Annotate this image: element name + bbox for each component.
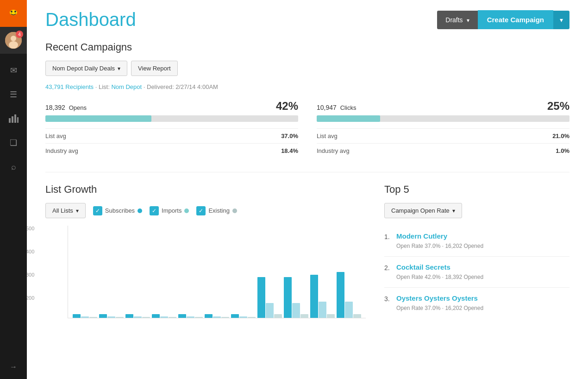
subscribes-bar-9 [310, 275, 318, 318]
campaign-select-button[interactable]: Nom Depot Daily Deals [45, 61, 127, 76]
recent-campaigns-title: Recent Campaigns [45, 41, 569, 53]
svg-rect-7 [9, 118, 11, 123]
opens-list-avg-row: List avg 37.0% [45, 128, 298, 143]
list-growth-chart [68, 226, 366, 318]
chart-bar-group-6 [231, 226, 256, 318]
existing-bar-0 [89, 317, 97, 318]
list-growth-controls: All Lists ✓ Subscribes ✓ Imports ✓ Exist… [45, 203, 366, 218]
campaign-name-label: Nom Depot Daily Deals [52, 65, 115, 72]
top5-name-link-2[interactable]: Oysters Oysters Oysters [396, 294, 483, 302]
mailchimp-logo [0, 0, 27, 27]
sidebar-item-templates[interactable]: ❏ [0, 131, 27, 155]
top5-meta-0: Open Rate 37.0% · 16,202 Opened [396, 243, 483, 249]
clicks-label: Clicks [340, 104, 357, 111]
opens-industry-avg-row: Industry avg 18.4% [45, 143, 298, 158]
sidebar-item-lists[interactable]: ☰ [0, 82, 27, 107]
imports-bar-7 [266, 303, 274, 318]
opens-progress-fill [45, 115, 151, 122]
campaign-open-rate-button[interactable]: Campaign Open Rate [384, 203, 462, 218]
subscribes-label: Subscribes [105, 207, 135, 214]
top5-title: Top 5 [384, 183, 569, 196]
subscribes-checkbox[interactable]: ✓ [93, 206, 102, 215]
all-lists-button[interactable]: All Lists [45, 203, 86, 218]
create-campaign-dropdown-button[interactable]: ▾ [553, 11, 569, 29]
subscribes-bar-0 [73, 314, 81, 318]
svg-point-3 [14, 11, 16, 13]
sidebar-item-campaigns[interactable]: ✉ [0, 58, 27, 82]
y-label-500: 500 [27, 226, 34, 231]
list-link[interactable]: Nom Depot [111, 83, 142, 90]
newspaper-icon: ❏ [10, 138, 17, 148]
chart-bar-group-10 [337, 226, 361, 318]
imports-bar-5 [213, 316, 221, 318]
sidebar-expand-button[interactable]: → [0, 355, 27, 379]
opens-label: Opens [69, 104, 87, 111]
imports-bar-6 [239, 316, 247, 318]
chart-wrapper: 500 400 300 200 [45, 226, 366, 318]
existing-dot [232, 208, 237, 213]
svg-rect-9 [14, 114, 16, 123]
chart-bar-group-5 [205, 226, 229, 318]
existing-checkbox[interactable]: ✓ [196, 206, 206, 215]
clicks-list-avg-val: 21.0% [552, 133, 569, 139]
subscribes-bar-5 [205, 314, 213, 318]
y-label-200: 200 [27, 295, 34, 301]
drafts-chevron-icon [467, 16, 469, 24]
sidebar-item-search[interactable]: ⌕ [0, 155, 27, 179]
list-growth-section: List Growth All Lists ✓ Subscribes ✓ Imp… [45, 183, 366, 318]
stats-grid: 18,392 Opens 42% List avg 37.0% Industry… [45, 100, 569, 158]
top5-content-2: Oysters Oysters Oysters Open Rate 37.0% … [396, 294, 483, 312]
sidebar-item-reports[interactable] [0, 107, 27, 131]
imports-filter: ✓ Imports [150, 206, 189, 215]
imports-bar-2 [134, 316, 142, 318]
chart-bar-group-4 [178, 226, 203, 318]
page-title: Dashboard [45, 9, 136, 30]
top5-controls: Campaign Open Rate [384, 203, 569, 218]
imports-bar-3 [160, 316, 168, 318]
top5-item-1: 2. Cocktail Secrets Open Rate 42.0% · 18… [384, 256, 569, 287]
drafts-label: Drafts [445, 16, 463, 24]
opens-count-label: 18,392 Opens [45, 104, 87, 111]
svg-rect-10 [17, 117, 19, 123]
subscribes-bar-10 [337, 272, 344, 318]
all-lists-label: All Lists [52, 207, 73, 214]
top5-section: Top 5 Campaign Open Rate 1. Modern Cutle… [384, 183, 569, 318]
existing-bar-4 [195, 317, 203, 318]
bottom-panels: List Growth All Lists ✓ Subscribes ✓ Imp… [45, 183, 569, 318]
subscribes-bar-4 [178, 314, 186, 318]
subscribes-bar-8 [284, 277, 292, 318]
imports-bar-8 [292, 303, 300, 318]
imports-bar-4 [187, 316, 194, 318]
existing-bar-2 [142, 317, 150, 318]
recipients-link[interactable]: 43,791 Recipients [45, 83, 94, 90]
drafts-button[interactable]: Drafts [437, 11, 477, 29]
opens-industry-avg-val: 18.4% [281, 147, 298, 154]
top5-list: 1. Modern Cutlery Open Rate 37.0% · 16,2… [384, 226, 569, 318]
chart-y-axis: 500 400 300 200 [27, 226, 34, 318]
sidebar-nav: ✉ ☰ ❏ ⌕ [0, 54, 27, 355]
top5-item-0: 1. Modern Cutlery Open Rate 37.0% · 16,2… [384, 226, 569, 256]
top5-item-2: 3. Oysters Oysters Oysters Open Rate 37.… [384, 287, 569, 318]
list-icon: ☰ [10, 89, 17, 100]
clicks-stat: 10,947 Clicks 25% List avg 21.0% Industr… [317, 100, 569, 158]
subscribes-filter: ✓ Subscribes [93, 206, 142, 215]
existing-bar-7 [274, 314, 282, 318]
existing-filter: ✓ Existing [196, 206, 237, 215]
top5-meta-2: Open Rate 37.0% · 16,202 Opened [396, 305, 483, 311]
top5-content-1: Cocktail Secrets Open Rate 42.0% · 18,39… [396, 263, 483, 281]
chart-bar-group-8 [284, 226, 308, 318]
svg-point-2 [11, 11, 13, 13]
sidebar: 4 ✉ ☰ ❏ ⌕ → [0, 0, 27, 379]
imports-checkbox[interactable]: ✓ [150, 206, 159, 215]
chart-bar-group-3 [152, 226, 176, 318]
clicks-industry-avg-row: Industry avg 1.0% [317, 143, 569, 158]
create-campaign-button[interactable]: Create Campaign [478, 10, 553, 29]
top5-name-link-0[interactable]: Modern Cutlery [396, 232, 483, 240]
top5-name-link-1[interactable]: Cocktail Secrets [396, 263, 483, 271]
opens-pct-value: 42% [276, 100, 298, 113]
existing-bar-9 [327, 314, 335, 318]
user-avatar-button[interactable]: 4 [0, 27, 27, 54]
clicks-list-avg-row: List avg 21.0% [317, 128, 569, 143]
view-report-button[interactable]: View Report [131, 61, 178, 76]
campaign-open-rate-label: Campaign Open Rate [391, 207, 450, 214]
